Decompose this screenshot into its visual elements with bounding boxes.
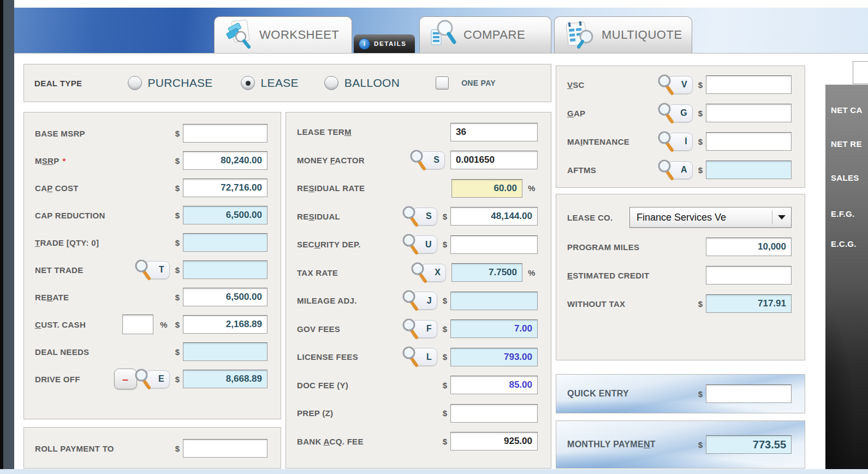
one-pay-option[interactable]: ONE PAY bbox=[436, 76, 496, 90]
lookup-button-maintenance[interactable]: I bbox=[668, 133, 693, 151]
magnifier-icon bbox=[656, 130, 676, 153]
field-maintenance[interactable] bbox=[706, 132, 792, 151]
lookup-button-security-dep[interactable]: U bbox=[412, 235, 437, 253]
side-label-sales: SALES bbox=[831, 173, 859, 182]
magnifier-icon bbox=[408, 149, 429, 171]
lookup-button-aftms[interactable]: A bbox=[668, 161, 693, 179]
row-lease-term: LEASE TERM 36 bbox=[286, 118, 551, 146]
percent-sign: % bbox=[528, 183, 538, 193]
field-bank-acq-fee[interactable]: 925.00 bbox=[450, 432, 538, 451]
lookup-button-drive-off[interactable]: E bbox=[145, 370, 170, 388]
field-roll-payment[interactable] bbox=[183, 439, 267, 458]
field-net-trade[interactable] bbox=[183, 260, 267, 279]
field-deal-needs[interactable] bbox=[183, 342, 267, 361]
radio-lease-circle[interactable] bbox=[241, 76, 255, 90]
row-lease-co: LEASE CO. Finance Services Ve bbox=[556, 202, 805, 233]
details-badge[interactable]: i DETAILS bbox=[354, 34, 415, 53]
compare-icon bbox=[430, 19, 457, 51]
field-mileage-adj[interactable] bbox=[450, 292, 538, 310]
field-trade[interactable] bbox=[183, 233, 267, 252]
bottom-strip bbox=[0, 469, 868, 474]
dollar-sign: $ bbox=[443, 296, 447, 305]
roll-payment-label: ROLL PAYMENT TO bbox=[35, 444, 170, 453]
radio-balloon-circle[interactable] bbox=[324, 76, 338, 90]
field-cap-reduction[interactable]: 6,500.00 bbox=[183, 206, 267, 224]
row-license-fees: LICENSE FEES L $ 793.00 bbox=[286, 343, 551, 371]
lookup-button-net-trade[interactable]: T bbox=[145, 261, 170, 279]
row-trade: TRADE [QTY: 0] $ bbox=[24, 229, 281, 256]
field-license-fees[interactable]: 793.00 bbox=[450, 348, 538, 366]
lookup-button-tax-rate[interactable]: X bbox=[421, 264, 446, 282]
field-msrp[interactable]: 80,240.00 bbox=[183, 151, 267, 170]
worksheet-icon bbox=[224, 19, 253, 51]
field-lease-term[interactable]: 36 bbox=[450, 123, 538, 141]
field-tax-rate[interactable]: 7.7500 bbox=[451, 263, 522, 282]
radio-balloon[interactable]: BALLOON bbox=[324, 76, 400, 90]
dollar-sign: $ bbox=[175, 156, 180, 165]
lookup-button-license-fees[interactable]: L bbox=[412, 348, 437, 366]
dollar-sign: $ bbox=[175, 183, 180, 193]
tab-multiquote-label: MULTIQUOTE bbox=[602, 28, 682, 42]
side-label-ecg: E.C.G. bbox=[831, 239, 857, 248]
magnifier-icon bbox=[400, 289, 421, 312]
field-aftms[interactable] bbox=[706, 161, 792, 179]
field-prep[interactable] bbox=[450, 404, 538, 423]
one-pay-checkbox[interactable] bbox=[436, 76, 449, 90]
field-estimated-credit[interactable] bbox=[706, 266, 792, 285]
field-gap[interactable] bbox=[706, 104, 792, 122]
field-vsc[interactable] bbox=[706, 75, 792, 94]
row-monthly-payment: MONTHLY PAYMENT $ 773.55 bbox=[556, 431, 805, 458]
field-doc-fee[interactable]: 85.00 bbox=[450, 376, 538, 394]
lookup-button-gap[interactable]: G bbox=[668, 104, 693, 122]
magnifier-icon bbox=[133, 368, 153, 390]
field-monthly-payment[interactable]: 773.55 bbox=[706, 435, 792, 454]
field-residual-rate[interactable]: 60.00 bbox=[451, 179, 522, 198]
dollar-sign: $ bbox=[698, 165, 703, 175]
row-prep: PREP (Z) $ bbox=[286, 399, 551, 428]
chevron-down-icon[interactable] bbox=[772, 215, 791, 220]
field-without-tax[interactable]: 717.91 bbox=[706, 294, 792, 313]
row-aftms: AFTMS A $ bbox=[556, 156, 805, 184]
dollar-sign: $ bbox=[698, 80, 703, 90]
radio-lease[interactable]: LEASE bbox=[241, 76, 299, 90]
left-sidebar-strip bbox=[3, 0, 14, 470]
magnifier-icon bbox=[400, 233, 421, 256]
lookup-button-residual[interactable]: S bbox=[412, 208, 437, 226]
lease-co-dropdown[interactable]: Finance Services Ve bbox=[629, 207, 792, 228]
lookup-button-mileage-adj[interactable]: J bbox=[412, 292, 437, 310]
radio-purchase[interactable]: PURCHASE bbox=[128, 76, 213, 90]
field-gov-fees[interactable]: 7.00 bbox=[450, 319, 538, 338]
field-money-factor[interactable]: 0.001650 bbox=[450, 151, 538, 169]
field-base-msrp[interactable] bbox=[183, 124, 267, 143]
lease-terms-panel: LEASE TERM 36 MONEY FACTOR S 0.001650 RE… bbox=[286, 112, 551, 469]
side-label-net-cap: NET CA bbox=[831, 105, 863, 115]
field-residual[interactable]: 48,144.00 bbox=[450, 207, 538, 226]
products-panel: VSC V $ GAP G $ MAINTENANCE I $ AFTMS A … bbox=[556, 66, 805, 188]
field-cap-cost[interactable]: 72,716.00 bbox=[183, 179, 267, 197]
lookup-button-gov-fees[interactable]: F bbox=[412, 320, 437, 338]
row-doc-fee: DOC FEE (Y) $ 85.00 bbox=[286, 371, 551, 400]
field-cust-cash-percent[interactable] bbox=[122, 315, 153, 334]
field-drive-off[interactable]: 8,668.89 bbox=[183, 370, 267, 388]
dollar-sign: $ bbox=[443, 381, 447, 390]
lookup-button-money-factor[interactable]: S bbox=[420, 151, 445, 169]
tab-worksheet-label: WORKSHEET bbox=[259, 28, 339, 42]
radio-purchase-circle[interactable] bbox=[128, 76, 142, 90]
field-rebate[interactable]: 6,500.00 bbox=[183, 288, 267, 306]
dollar-sign: $ bbox=[175, 347, 180, 357]
field-program-miles[interactable]: 10,000 bbox=[706, 238, 792, 256]
tab-compare[interactable]: COMPARE bbox=[419, 16, 551, 53]
row-without-tax: WITHOUT TAX $ 717.91 bbox=[556, 289, 805, 318]
percent-sign: % bbox=[528, 268, 538, 277]
field-security-dep[interactable] bbox=[450, 235, 538, 254]
dollar-sign: $ bbox=[698, 299, 703, 309]
row-rebate: REBATE $ 6,500.00 bbox=[24, 283, 281, 311]
tab-multiquote[interactable]: MULTIQUOTE bbox=[554, 16, 692, 53]
field-cust-cash[interactable]: 2,168.89 bbox=[183, 315, 267, 334]
field-quick-entry[interactable] bbox=[706, 384, 792, 403]
lookup-button-vsc[interactable]: V bbox=[668, 76, 693, 94]
row-tax-rate: TAX RATE X 7.7500 % bbox=[286, 259, 551, 287]
quick-entry-panel: QUICK ENTRY $ bbox=[556, 374, 805, 413]
tab-worksheet[interactable]: WORKSHEET bbox=[214, 16, 352, 53]
dollar-sign: $ bbox=[443, 352, 447, 362]
